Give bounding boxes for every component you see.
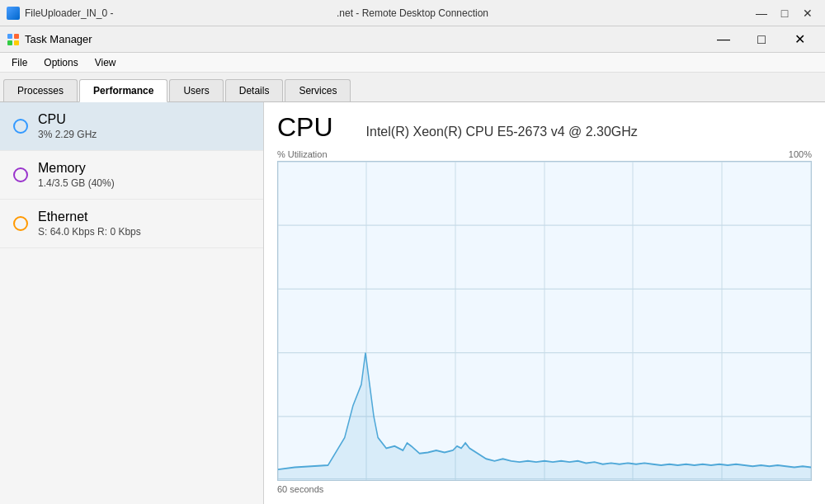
cpu-header: CPU Intel(R) Xeon(R) CPU E5-2673 v4 @ 2.… [277, 112, 812, 143]
tm-title-text: Task Manager [25, 33, 92, 45]
tab-services[interactable]: Services [285, 79, 351, 101]
tab-bar: Processes Performance Users Details Serv… [0, 73, 825, 102]
menu-options[interactable]: Options [37, 55, 84, 70]
rdp-minimize-button[interactable]: — [751, 5, 772, 21]
tm-title-left: Task Manager [7, 33, 92, 46]
memory-info: Memory 1.4/3.5 GB (40%) [38, 161, 115, 189]
tm-restore-button[interactable]: □ [742, 26, 780, 53]
menu-view[interactable]: View [88, 55, 123, 70]
tm-minimize-button[interactable]: — [705, 26, 742, 53]
cpu-panel: CPU Intel(R) Xeon(R) CPU E5-2673 v4 @ 2.… [264, 102, 825, 504]
tab-processes[interactable]: Processes [3, 79, 78, 101]
tab-details[interactable]: Details [225, 79, 284, 101]
utilization-label: % Utilization [277, 149, 328, 159]
ethernet-info: Ethernet S: 64.0 Kbps R: 0 Kbps [38, 210, 141, 238]
sidebar: CPU 3% 2.29 GHz Memory 1.4/3.5 GB (40%) … [0, 102, 264, 504]
rdp-title-text: FileUploader_IN_0 - [25, 7, 113, 19]
tm-app-icon [7, 33, 20, 46]
cpu-detail: 3% 2.29 GHz [38, 129, 97, 140]
tab-users[interactable]: Users [169, 79, 223, 101]
memory-indicator-dot [13, 167, 28, 182]
svg-rect-3 [14, 40, 19, 45]
sidebar-item-cpu[interactable]: CPU 3% 2.29 GHz [0, 102, 263, 151]
chart-axis-labels: % Utilization 100% [277, 149, 812, 159]
chart-footer: 60 seconds [277, 484, 812, 494]
rdp-titlebar: FileUploader_IN_0 - .net - Remote Deskto… [0, 0, 825, 26]
rdp-title-center: .net - Remote Desktop Connection [337, 7, 488, 19]
max-label: 100% [789, 149, 812, 159]
tm-titlebar: Task Manager — □ ✕ [0, 26, 825, 53]
sidebar-item-ethernet[interactable]: Ethernet S: 64.0 Kbps R: 0 Kbps [0, 200, 263, 248]
rdp-app-icon [7, 7, 20, 20]
menu-file[interactable]: File [5, 55, 34, 70]
ethernet-name: Ethernet [38, 210, 141, 224]
tm-close-button[interactable]: ✕ [780, 26, 818, 53]
sidebar-item-memory[interactable]: Memory 1.4/3.5 GB (40%) [0, 151, 263, 200]
tab-performance[interactable]: Performance [79, 79, 167, 102]
cpu-panel-subtitle: Intel(R) Xeon(R) CPU E5-2673 v4 @ 2.30GH… [366, 125, 638, 139]
ethernet-indicator-dot [13, 216, 28, 231]
memory-detail: 1.4/3.5 GB (40%) [38, 177, 115, 189]
rdp-title-left: FileUploader_IN_0 - [7, 7, 113, 20]
cpu-chart-container: % Utilization 100% [277, 149, 812, 494]
memory-name: Memory [38, 161, 115, 176]
rdp-window-controls: — □ ✕ [751, 5, 818, 21]
ethernet-detail: S: 64.0 Kbps R: 0 Kbps [38, 226, 141, 238]
svg-rect-1 [14, 34, 19, 39]
svg-rect-2 [7, 40, 12, 45]
tm-window-controls: — □ ✕ [705, 26, 818, 53]
rdp-restore-button[interactable]: □ [774, 5, 795, 21]
cpu-indicator-dot [13, 119, 28, 134]
taskmanager-window: Task Manager — □ ✕ File Options View Pro… [0, 26, 825, 504]
cpu-chart-area [277, 161, 812, 481]
menu-bar: File Options View [0, 53, 825, 73]
rdp-close-button[interactable]: ✕ [797, 5, 818, 21]
main-content: CPU 3% 2.29 GHz Memory 1.4/3.5 GB (40%) … [0, 102, 825, 504]
cpu-info: CPU 3% 2.29 GHz [38, 112, 97, 140]
time-label: 60 seconds [277, 484, 323, 494]
cpu-name: CPU [38, 112, 97, 127]
svg-rect-0 [7, 34, 12, 39]
cpu-chart-svg [278, 162, 811, 480]
cpu-panel-title: CPU [277, 112, 333, 143]
